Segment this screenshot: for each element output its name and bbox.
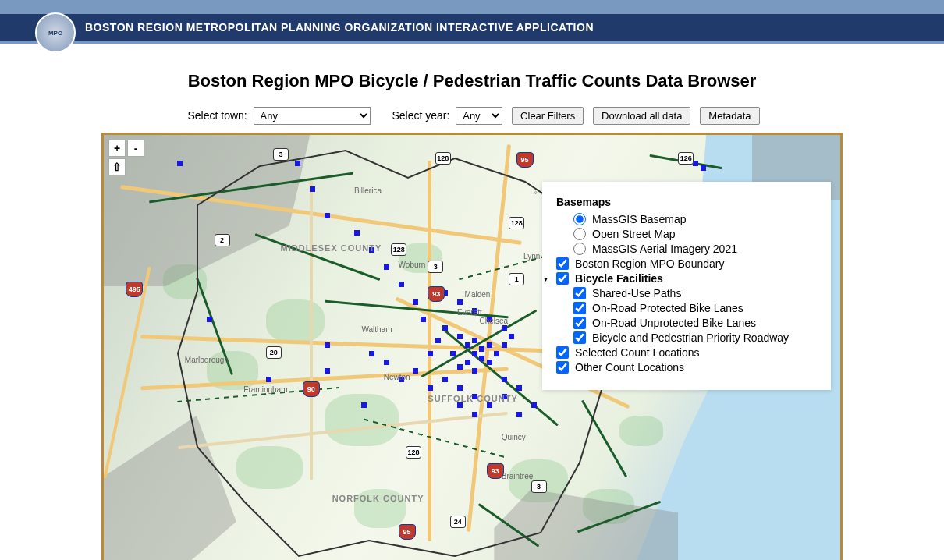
- layer-row-selected-counts[interactable]: Selected Count Locations: [556, 346, 817, 359]
- metadata-button[interactable]: Metadata: [700, 107, 759, 125]
- basemap-label: MassGIS Aerial Imagery 2021: [592, 243, 737, 255]
- town-label: Malden: [465, 290, 491, 299]
- facility-label: Shared-Use Paths: [592, 287, 681, 299]
- facility-checkbox[interactable]: [573, 317, 586, 329]
- county-label-suffolk: SUFFOLK COUNTY: [428, 394, 517, 404]
- download-all-button[interactable]: Download all data: [593, 107, 690, 125]
- town-label: Marlborough: [185, 356, 229, 364]
- page-title: Boston Region MPO Bicycle / Pedestrian T…: [0, 71, 944, 91]
- town-label: Billerica: [354, 186, 382, 195]
- caret-down-icon[interactable]: ▾: [544, 275, 553, 283]
- shield-route: 128: [435, 152, 451, 165]
- other-counts-label: Other Count Locations: [575, 361, 684, 374]
- county-label-norfolk: NORFOLK COUNTY: [332, 494, 424, 504]
- town-label: Newton: [384, 373, 410, 381]
- layer-row-boundary[interactable]: Boston Region MPO Boundary: [556, 257, 817, 270]
- shield-interstate: 495: [126, 282, 143, 297]
- county-label-middlesex: MIDDLESEX COUNTY: [281, 243, 382, 253]
- header-accent-bar: [0, 41, 944, 44]
- layer-row[interactable]: Bicycle and Pedestrian Priority Roadway: [556, 331, 817, 344]
- facility-label: On-Road Unprotected Bike Lanes: [592, 317, 756, 329]
- basemap-label: MassGIS Basemap: [592, 213, 687, 225]
- shield-route: 128: [406, 446, 421, 459]
- facilities-checkbox[interactable]: [556, 272, 569, 285]
- basemap-label: Open Street Map: [592, 228, 676, 240]
- facility-checkbox[interactable]: [573, 287, 586, 299]
- shield-route: 126: [678, 152, 694, 165]
- layer-row-other-counts[interactable]: Other Count Locations: [556, 361, 817, 374]
- basemaps-heading: Basemaps: [556, 196, 817, 208]
- layer-switcher-panel: » Basemaps MassGIS Basemap Open Street M…: [542, 182, 831, 390]
- shield-route: 1: [509, 273, 524, 285]
- layer-row[interactable]: On-Road Protected Bike Lanes: [556, 302, 817, 314]
- selected-counts-label: Selected Count Locations: [575, 346, 700, 359]
- shield-route: 20: [266, 346, 282, 359]
- boundary-checkbox[interactable]: [556, 257, 569, 270]
- header-bar: MPO BOSTON REGION METROPOLITAN PLANNING …: [0, 14, 944, 41]
- basemap-radio-osm[interactable]: [573, 228, 586, 240]
- town-label: Braintree: [502, 472, 534, 480]
- year-label: Select year:: [392, 109, 449, 122]
- shield-route: 3: [428, 261, 443, 273]
- zoom-controls: + - ⇧: [108, 140, 144, 177]
- shield-route: 3: [531, 480, 547, 493]
- facility-label: On-Road Protected Bike Lanes: [592, 302, 743, 314]
- panel-collapse-icon[interactable]: »: [528, 188, 541, 204]
- other-counts-checkbox[interactable]: [556, 361, 569, 374]
- basemap-radio-aerial[interactable]: [573, 243, 586, 255]
- boundary-label: Boston Region MPO Boundary: [575, 257, 724, 270]
- basemap-option[interactable]: Open Street Map: [556, 228, 817, 240]
- town-label: Waltham: [361, 325, 392, 334]
- header-title: BOSTON REGION METROPOLITAN PLANNING ORGA…: [85, 21, 594, 34]
- basemap-option[interactable]: MassGIS Aerial Imagery 2021: [556, 243, 817, 255]
- basemap-radio-massgis[interactable]: [573, 213, 586, 225]
- facility-checkbox[interactable]: [573, 331, 586, 344]
- town-label: Everett: [457, 308, 482, 317]
- year-select[interactable]: Any: [456, 107, 502, 125]
- facility-label: Bicycle and Pedestrian Priority Roadway: [592, 331, 789, 344]
- town-select[interactable]: Any: [254, 107, 371, 125]
- filter-controls: Select town: Any Select year: Any Clear …: [0, 107, 944, 125]
- map-viewport[interactable]: MIDDLESEX COUNTY SUFFOLK COUNTY NORFOLK …: [101, 133, 843, 560]
- layer-row[interactable]: On-Road Unprotected Bike Lanes: [556, 317, 817, 329]
- zoom-home-button[interactable]: ⇧: [108, 158, 126, 175]
- town-label: Woburn: [399, 261, 426, 269]
- layer-row[interactable]: Shared-Use Paths: [556, 287, 817, 299]
- shield-interstate: 93: [428, 286, 445, 302]
- shield-interstate: 93: [487, 463, 504, 479]
- town-label: Chelsea: [479, 317, 508, 325]
- shield-route: 2: [215, 234, 230, 246]
- zoom-in-button[interactable]: +: [108, 140, 126, 157]
- zoom-out-button[interactable]: -: [127, 140, 144, 157]
- shield-interstate: 95: [516, 152, 534, 168]
- selected-counts-checkbox[interactable]: [556, 346, 569, 359]
- basemap-option[interactable]: MassGIS Basemap: [556, 213, 817, 225]
- town-label: Quincy: [502, 433, 526, 441]
- shield-route: 128: [509, 217, 524, 229]
- top-accent-bar: [0, 0, 944, 14]
- facilities-label: Bicycle Facilities: [575, 272, 663, 285]
- layer-group-facilities[interactable]: ▾ Bicycle Facilities: [544, 272, 817, 285]
- shield-interstate: 95: [399, 524, 416, 540]
- facility-checkbox[interactable]: [573, 302, 586, 314]
- shield-route: 3: [273, 148, 289, 161]
- town-label: Framingham: [243, 385, 287, 394]
- shield-interstate: 90: [303, 381, 320, 397]
- town-label: Select town:: [187, 109, 247, 122]
- shield-route: 128: [391, 243, 406, 256]
- clear-filters-button[interactable]: Clear Filters: [512, 107, 584, 125]
- mpo-logo: MPO: [35, 12, 76, 53]
- shield-route: 24: [450, 516, 466, 528]
- town-label: Lynn: [523, 252, 540, 261]
